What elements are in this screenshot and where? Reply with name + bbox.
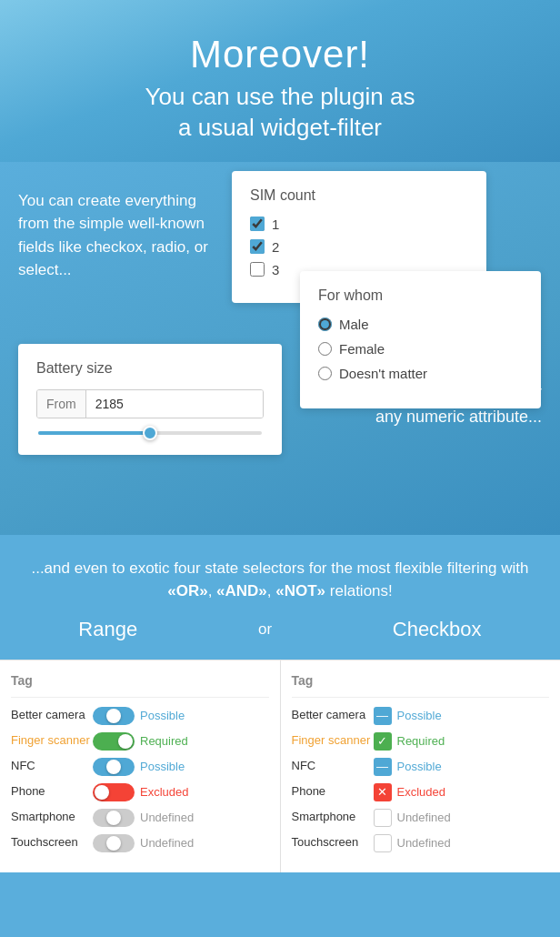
range-label: Range <box>78 618 137 641</box>
battery-range-input-row: From mAh <box>36 389 264 418</box>
cb-icon-possible[interactable]: — <box>374 758 392 776</box>
tag-name: Finger scanner <box>292 733 374 749</box>
sim-option-2[interactable]: 2 <box>250 239 468 255</box>
sim-label-3: 3 <box>272 262 279 277</box>
tag-tables: Tag Better camera Possible Finger scanne… <box>0 660 560 872</box>
hero-title: Moreover! <box>27 33 533 76</box>
toggle-knob <box>106 760 121 774</box>
table-row: Touchscreen Undefined <box>292 834 550 852</box>
right-tag-table-header: Tag <box>292 673 550 698</box>
cb-icon-excluded[interactable]: ✕ <box>374 783 392 801</box>
forwhom-label-doesnt-matter: Doesn't matter <box>339 366 427 381</box>
battery-card-title: Battery size <box>36 360 264 377</box>
sim-checkbox-2[interactable] <box>250 239 265 254</box>
demo-left-text: You can create everything from the simpl… <box>18 189 209 282</box>
tag-status: Undefined <box>397 836 451 850</box>
tag-status: Excluded <box>140 785 188 799</box>
toggle-knob <box>95 785 109 800</box>
cb-icon-required[interactable]: ✓ <box>374 732 392 751</box>
toggle-knob <box>106 836 121 851</box>
sim-checkbox-1[interactable] <box>250 217 265 231</box>
tag-control[interactable]: Undefined <box>374 834 550 852</box>
hero-section: Moreover! You can use the plugin as a us… <box>0 0 560 162</box>
forwhom-label-female: Female <box>339 341 385 357</box>
toggle-track <box>93 732 135 751</box>
tag-name: Phone <box>11 784 93 800</box>
forwhom-male[interactable]: Male <box>318 317 523 332</box>
hero-subtitle-line2: a usual widget-filter <box>178 114 382 141</box>
cb-icon-undefined[interactable] <box>374 834 392 852</box>
battery-card: Battery size From mAh <box>18 344 282 455</box>
sim-label-1: 1 <box>272 217 279 232</box>
tag-name: NFC <box>11 759 93 774</box>
tag-control[interactable]: Possible <box>93 707 269 725</box>
table-row: NFC — Possible <box>292 758 550 776</box>
tag-status: Possible <box>140 760 185 773</box>
tag-status: Excluded <box>397 785 445 799</box>
tag-control[interactable]: — Possible <box>374 758 550 776</box>
toggle-track <box>93 809 135 827</box>
tag-name: Smartphone <box>11 810 93 825</box>
table-row: Better camera Possible <box>11 707 269 725</box>
toggle-switch[interactable] <box>93 732 135 751</box>
right-tag-table: Tag Better camera — Possible Finger scan… <box>281 660 561 872</box>
forwhom-radio-male[interactable] <box>318 317 332 331</box>
four-state-labels: Range or Checkbox <box>18 618 542 641</box>
table-row: Smartphone Undefined <box>292 809 550 827</box>
toggle-switch[interactable] <box>93 834 135 852</box>
tag-control[interactable]: ✕ Excluded <box>374 783 550 801</box>
table-row: Finger scanner Required <box>11 732 269 751</box>
forwhom-card-title: For whom <box>318 287 523 304</box>
battery-slider-fill <box>38 431 155 435</box>
tag-name: Phone <box>292 784 374 800</box>
tag-control[interactable]: Possible <box>93 758 269 776</box>
table-row: Better camera — Possible <box>292 707 550 725</box>
forwhom-radio-doesnt-matter[interactable] <box>318 367 332 380</box>
tag-status: Required <box>397 734 445 748</box>
left-tag-table: Tag Better camera Possible Finger scanne… <box>0 660 281 872</box>
table-row: NFC Possible <box>11 758 269 776</box>
tag-control[interactable]: Required <box>93 732 269 751</box>
sim-option-1[interactable]: 1 <box>250 217 468 232</box>
table-row: Phone Excluded <box>11 783 269 801</box>
toggle-switch[interactable] <box>93 783 135 801</box>
battery-value-input[interactable] <box>86 390 264 418</box>
tag-control[interactable]: Undefined <box>93 809 269 827</box>
left-tag-table-header: Tag <box>11 673 269 698</box>
cb-icon-undefined[interactable] <box>374 809 392 827</box>
hero-subtitle-line1: You can use the plugin as <box>145 83 415 110</box>
toggle-switch[interactable] <box>93 707 135 725</box>
toggle-knob <box>118 734 133 749</box>
table-row: Smartphone Undefined <box>11 809 269 827</box>
sim-label-2: 2 <box>272 239 279 255</box>
tag-name: Better camera <box>292 708 374 723</box>
sim-checkbox-3[interactable] <box>250 262 265 277</box>
cb-icon-possible[interactable]: — <box>374 707 392 725</box>
toggle-knob <box>106 811 121 825</box>
battery-from-label: From <box>37 390 86 418</box>
battery-slider-thumb[interactable] <box>143 426 157 440</box>
battery-slider-track[interactable] <box>38 431 262 435</box>
tag-control[interactable]: ✓ Required <box>374 732 550 751</box>
forwhom-female[interactable]: Female <box>318 341 523 357</box>
tag-control[interactable]: — Possible <box>374 707 550 725</box>
forwhom-radio-female[interactable] <box>318 342 332 356</box>
four-state-text: ...and even to exotic four state selecto… <box>18 557 542 603</box>
tag-status: Undefined <box>397 811 451 824</box>
tag-name: Touchscreen <box>292 835 374 851</box>
tag-name: Finger scanner <box>11 733 93 749</box>
forwhom-doesnt-matter[interactable]: Doesn't matter <box>318 366 523 381</box>
toggle-switch[interactable] <box>93 758 135 776</box>
forwhom-label-male: Male <box>339 317 369 332</box>
tag-control[interactable]: Undefined <box>374 809 550 827</box>
four-state-section: ...and even to exotic four state selecto… <box>0 535 560 660</box>
tag-status: Undefined <box>140 836 194 850</box>
toggle-switch[interactable] <box>93 809 135 827</box>
sim-card-title: SIM count <box>250 187 468 204</box>
tag-status: Possible <box>397 709 442 722</box>
toggle-track <box>93 707 135 725</box>
tag-name: Touchscreen <box>11 835 93 851</box>
demo-section: You can create everything from the simpl… <box>0 162 560 535</box>
tag-control[interactable]: Undefined <box>93 834 269 852</box>
tag-control[interactable]: Excluded <box>93 783 269 801</box>
